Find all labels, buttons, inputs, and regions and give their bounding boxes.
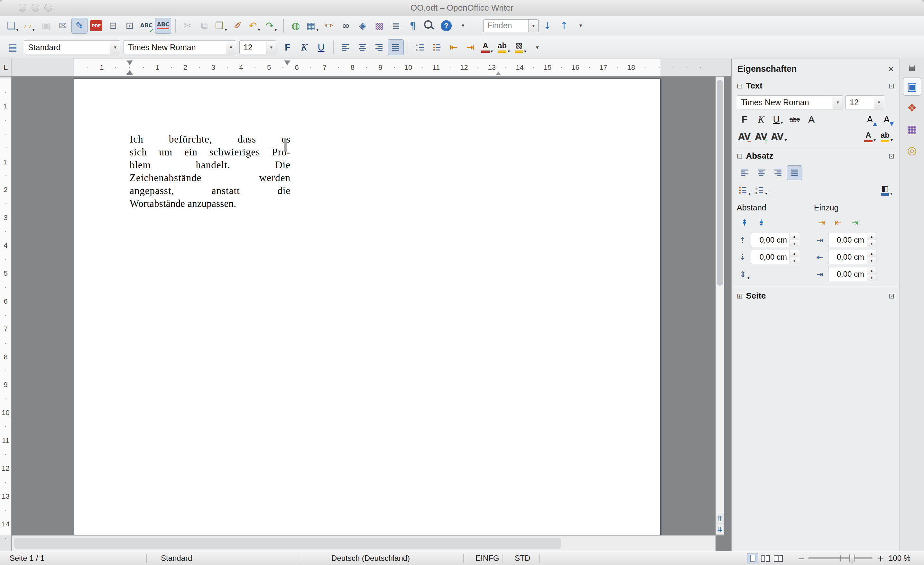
zoom-out-icon[interactable]: −	[796, 553, 806, 563]
sidebar-font-size-dropdown-icon[interactable]: ▾	[874, 96, 884, 109]
paragraph-style-icon[interactable]: ▤	[4, 39, 21, 55]
sidebar-paragraph-background-button-dropdown[interactable]: ▾	[890, 191, 892, 198]
mail-document-icon[interactable]: ✉	[55, 18, 71, 34]
align-left-button[interactable]	[338, 39, 354, 55]
above-paragraph-spacing-input[interactable]: 0,00 cm ▴ ▾	[751, 233, 799, 247]
below-paragraph-spacing-input[interactable]: 0,00 cm ▴ ▾	[751, 250, 799, 264]
copy-icon[interactable]: ⧉	[196, 18, 212, 34]
export-pdf-icon[interactable]: PDF	[88, 18, 104, 34]
highlight-button[interactable]: ab▾	[496, 39, 512, 55]
sidebar-align-justify-button[interactable]	[787, 165, 802, 180]
vertical-ruler[interactable]: 11234567891011121314··················	[0, 76, 12, 551]
navigator-icon[interactable]: ◈	[354, 18, 370, 34]
spellcheck-icon[interactable]: ABC✓	[138, 18, 154, 34]
paragraph-style-dropdown-icon[interactable]: ▾	[110, 40, 120, 54]
sidebar-italic-button[interactable]: K	[753, 112, 769, 127]
above-paragraph-spacing-stepper[interactable]: ▴ ▾	[789, 233, 799, 247]
next-page-button[interactable]: ⇊	[716, 524, 724, 535]
vertical-scrollbar-thumb[interactable]	[717, 80, 723, 286]
page-preview-icon[interactable]: ⊡	[122, 18, 138, 34]
spin-up-icon[interactable]: ▴	[867, 250, 876, 258]
numbered-list-button[interactable]: 1.2.3.	[412, 39, 428, 55]
spin-down-icon[interactable]: ▾	[867, 258, 876, 264]
first-line-indent-input[interactable]: 0,00 cm ▴ ▾	[828, 267, 876, 281]
first-line-indent-stepper[interactable]: ▴ ▾	[867, 267, 876, 281]
book-view-button[interactable]	[773, 553, 784, 564]
sidebar-align-center-button[interactable]	[753, 165, 769, 180]
text-section-dialog-icon[interactable]: ⊡	[889, 82, 894, 90]
align-right-button[interactable]	[371, 39, 387, 55]
single-page-view-button[interactable]	[747, 553, 758, 564]
spin-down-icon[interactable]: ▾	[790, 258, 799, 264]
sidebar-increase-char-spacing-button[interactable]: AV+	[753, 129, 769, 144]
font-size-dropdown-icon[interactable]: ▾	[266, 40, 276, 54]
horizontal-scrollbar[interactable]	[12, 535, 716, 551]
background-color-button[interactable]: ▧▾	[513, 39, 529, 55]
page-section-header[interactable]: ⊞ Seite ⊡	[732, 287, 900, 303]
new-document-icon-dropdown[interactable]: ▾	[16, 27, 18, 34]
horizontal-ruler[interactable]: 1123456789101112131415161718············…	[0, 59, 731, 76]
spin-down-icon[interactable]: ▾	[867, 240, 876, 247]
gallery-icon[interactable]: ▧	[371, 18, 387, 34]
new-document-icon[interactable]: ❏▾	[4, 18, 21, 34]
underline-button[interactable]: U	[313, 39, 329, 55]
sidebar-close-icon[interactable]: ×	[888, 63, 894, 74]
before-text-indent-stepper[interactable]: ▴ ▾	[867, 233, 876, 247]
sidebar-increase-paragraph-spacing-button[interactable]: ⇞	[737, 215, 752, 230]
status-page[interactable]: Seite 1 / 1	[10, 554, 44, 563]
find-toolbar-overflow-icon[interactable]: ▾	[573, 18, 589, 34]
format-paintbrush-icon[interactable]: ✐	[230, 18, 246, 34]
cut-icon[interactable]: ✂	[180, 18, 196, 34]
collapse-text-section-icon[interactable]: ⊟	[737, 82, 742, 90]
sidebar-switch-indent-button[interactable]: ⇥	[848, 215, 863, 230]
gallery-tab[interactable]: ▦	[903, 120, 921, 138]
vertical-scrollbar[interactable]	[716, 76, 724, 535]
previous-page-button[interactable]: ⇈	[716, 513, 724, 524]
tab-stop-selector[interactable]: L	[0, 59, 12, 76]
sidebar-font-color-button[interactable]: A▾	[862, 129, 878, 144]
undo-icon[interactable]: ↶▾	[246, 18, 262, 34]
zoom-slider[interactable]	[808, 557, 873, 559]
sidebar-highlight-button[interactable]: ab▾	[879, 129, 894, 144]
sidebar-numbered-list-button-dropdown[interactable]: ▾	[765, 191, 767, 198]
before-text-indent-input[interactable]: 0,00 cm ▴ ▾	[828, 233, 876, 247]
paragraph-section-dialog-icon[interactable]: ⊡	[889, 152, 894, 160]
below-paragraph-spacing-stepper[interactable]: ▴ ▾	[789, 250, 799, 264]
data-sources-icon[interactable]: ≣	[388, 18, 404, 34]
font-name-dropdown-icon[interactable]: ▾	[226, 40, 236, 54]
sidebar-align-left-button[interactable]	[737, 165, 752, 180]
horizontal-scrollbar-thumb[interactable]	[14, 538, 561, 549]
find-dropdown-icon[interactable]: ▾	[528, 19, 538, 32]
zoom-slider-thumb[interactable]	[849, 554, 855, 562]
after-text-indent-stepper[interactable]: ▴ ▾	[867, 250, 876, 264]
align-justify-button[interactable]	[388, 39, 404, 55]
bullet-list-button[interactable]	[429, 39, 445, 55]
status-page-style[interactable]: Standard	[161, 554, 192, 563]
sidebar-line-spacing-button-dropdown[interactable]: ▾	[747, 275, 750, 282]
after-text-indent-input[interactable]: 0,00 cm ▴ ▾	[828, 250, 876, 264]
zoom-in-icon[interactable]: +	[876, 553, 885, 563]
sidebar-bullet-list-button-dropdown[interactable]: ▾	[748, 191, 751, 198]
right-indent-marker[interactable]	[284, 60, 291, 65]
sidebar-char-spacing-button[interactable]: AV▾	[770, 129, 788, 144]
sidebar-numbered-list-button[interactable]: 1.2.3.▾	[753, 183, 769, 198]
sidebar-bold-button[interactable]: F	[737, 112, 752, 127]
sidebar-decrease-indent-button[interactable]: ⇤	[831, 215, 846, 230]
sidebar-highlight-button-dropdown[interactable]: ▾	[891, 137, 893, 144]
hyperlink-icon[interactable]: ◍	[288, 18, 304, 34]
document-page[interactable]: Ich befürchte, dass essich um ein schwie…	[74, 78, 660, 535]
find-input[interactable]: Finden ▾	[483, 19, 538, 32]
sidebar-increase-indent-button[interactable]: ⇥	[814, 215, 830, 230]
collapse-paragraph-section-icon[interactable]: ⊟	[737, 152, 742, 160]
open-icon[interactable]: ▱▾	[21, 18, 38, 34]
zoom-level[interactable]: 100 %	[889, 554, 910, 563]
spin-down-icon[interactable]: ▾	[790, 240, 799, 247]
sidebar-char-spacing-button-dropdown[interactable]: ▾	[784, 137, 787, 144]
page-section-dialog-icon[interactable]: ⊡	[889, 292, 894, 300]
increase-indent-button[interactable]: ⇥	[462, 39, 478, 55]
font-size-select[interactable]: 12 ▾	[239, 40, 276, 54]
sidebar-line-spacing-button[interactable]: ⇕▾	[737, 267, 752, 282]
align-center-button[interactable]	[354, 39, 370, 55]
sidebar-align-right-button[interactable]	[770, 165, 786, 180]
sidebar-settings-icon[interactable]: ▤	[900, 63, 924, 72]
